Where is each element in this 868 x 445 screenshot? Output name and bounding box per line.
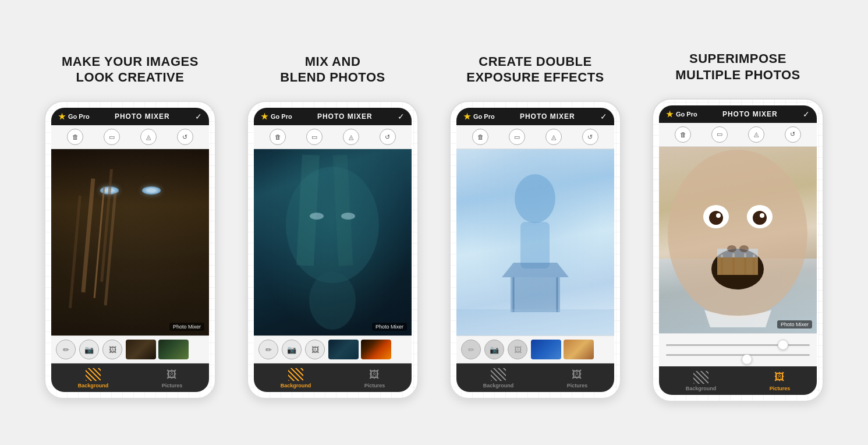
app-title-4: PHOTO MIXER	[722, 110, 778, 118]
thumb-3-2[interactable]	[564, 340, 594, 359]
slider-track-1[interactable]	[666, 344, 810, 346]
watermark-1: Photo Mixer	[169, 323, 204, 331]
rotate-btn-2[interactable]: ↺	[380, 129, 396, 145]
star-icon-1: ★	[58, 112, 66, 121]
check-icon-4[interactable]: ✓	[803, 110, 810, 119]
rotate-btn-4[interactable]: ↺	[785, 126, 801, 143]
flip-btn-4[interactable]: ▭	[711, 126, 728, 143]
svg-point-17	[753, 211, 767, 225]
nav-pictures-4[interactable]: 🖼 Pictures	[770, 371, 791, 391]
phone-frame-1: ★ Go Pro PHOTO MIXER ✓ 🗑 ▭ ◬ ↺	[44, 101, 216, 399]
delete-btn-2[interactable]: 🗑	[270, 129, 286, 145]
teal-svg	[254, 149, 412, 335]
eyedrop-btn-3[interactable]: ✏	[461, 340, 481, 359]
svg-point-27	[727, 245, 736, 252]
adjust-btn-4[interactable]: ◬	[748, 126, 764, 143]
slider-thumb-2[interactable]	[742, 354, 752, 365]
app-title-3: PHOTO MIXER	[520, 112, 575, 121]
blue-svg	[456, 149, 614, 335]
nav-pictures-1[interactable]: 🖼 Pictures	[162, 368, 183, 389]
funny-face-image	[659, 147, 817, 333]
camera-btn-1[interactable]: 📷	[79, 340, 99, 359]
adjust-btn-3[interactable]: ◬	[545, 129, 562, 145]
slider-thumb-1[interactable]	[778, 340, 788, 350]
thumb-3-1[interactable]	[531, 340, 561, 359]
phone-frame-2: ★ Go Pro PHOTO MIXER ✓ 🗑 ▭ ◬ ↺	[247, 101, 419, 399]
check-icon-1[interactable]: ✓	[195, 112, 202, 121]
check-icon-2[interactable]: ✓	[398, 112, 405, 121]
gallery-btn-3[interactable]: 🖼	[508, 340, 527, 359]
go-pro-btn-3[interactable]: ★ Go Pro	[463, 112, 495, 121]
bottom-icons-row-3: ✏ 📷 🖼	[461, 340, 610, 359]
thumb-2-2[interactable]	[361, 340, 391, 359]
main-image-2: Photo Mixer	[254, 149, 412, 335]
nav-pictures-label-4: Pictures	[770, 386, 791, 391]
adjust-btn-2[interactable]: ◬	[343, 129, 359, 145]
eyedrop-btn-2[interactable]: ✏	[258, 340, 278, 359]
thumb-2-1[interactable]	[328, 340, 359, 359]
thumb-strip-1	[126, 340, 204, 359]
app-toolbar-3: 🗑 ▭ ◬ ↺	[456, 125, 614, 149]
go-pro-label-1: Go Pro	[68, 113, 90, 120]
nav-pictures-3[interactable]: 🖼 Pictures	[567, 368, 588, 389]
background-nav-icon-4	[693, 371, 709, 384]
svg-point-18	[716, 213, 721, 218]
bottom-nav-4: Background 🖼 Pictures	[659, 366, 817, 395]
phone-section-2: MIX ANDBLEND PHOTOS ★ Go Pro PHOTO MIXER…	[237, 46, 429, 399]
main-container: MAKE YOUR IMAGESLOOK CREATIVE ★ Go Pro P…	[0, 0, 868, 445]
delete-btn-1[interactable]: 🗑	[67, 129, 83, 145]
svg-rect-7	[520, 222, 550, 269]
nav-background-label-1: Background	[78, 383, 109, 389]
phone-section-4: SUPERIMPOSEMULTIPLE PHOTOS ★ Go Pro PHOT…	[642, 44, 834, 402]
thumb-1-2[interactable]	[158, 340, 189, 359]
camera-btn-2[interactable]: 📷	[282, 340, 302, 359]
section-title-2: MIX ANDBLEND PHOTOS	[280, 46, 385, 93]
flip-btn-2[interactable]: ▭	[306, 129, 323, 145]
go-pro-btn-4[interactable]: ★ Go Pro	[666, 110, 697, 119]
go-pro-btn-2[interactable]: ★ Go Pro	[261, 112, 292, 121]
thumb-1-1[interactable]	[126, 340, 156, 359]
watermark-4: Photo Mixer	[777, 320, 812, 329]
nav-background-1[interactable]: Background	[78, 368, 109, 389]
camera-btn-3[interactable]: 📷	[484, 340, 504, 359]
nav-background-2[interactable]: Background	[281, 368, 311, 389]
pictures-nav-icon-3: 🖼	[569, 368, 585, 381]
app-header-2: ★ Go Pro PHOTO MIXER ✓	[254, 108, 412, 125]
svg-rect-26	[717, 249, 758, 257]
adjust-btn-1[interactable]: ◬	[140, 129, 157, 145]
check-icon-3[interactable]: ✓	[600, 112, 607, 121]
pictures-nav-icon-1: 🖼	[164, 368, 180, 381]
svg-point-4	[310, 213, 324, 220]
svg-point-28	[739, 245, 749, 252]
slider-track-2[interactable]	[666, 354, 810, 356]
rotate-btn-3[interactable]: ↺	[582, 129, 598, 145]
phone-frame-4: ★ Go Pro PHOTO MIXER ✓ 🗑 ▭ ◬ ↺	[652, 98, 824, 402]
teal-face-image	[254, 149, 412, 335]
nav-background-3[interactable]: Background	[483, 368, 514, 389]
rotate-btn-1[interactable]: ↺	[177, 129, 193, 145]
go-pro-btn-1[interactable]: ★ Go Pro	[58, 112, 90, 121]
delete-btn-4[interactable]: 🗑	[675, 126, 691, 143]
gallery-btn-1[interactable]: 🖼	[102, 340, 122, 359]
background-nav-icon-1	[85, 368, 101, 381]
nav-pictures-2[interactable]: 🖼 Pictures	[364, 368, 385, 389]
hatch-icon-2	[288, 368, 303, 381]
bottom-icons-row-2: ✏ 📷 🖼	[258, 340, 407, 359]
gallery-btn-2[interactable]: 🖼	[305, 340, 325, 359]
nav-background-label-4: Background	[686, 386, 717, 391]
hatch-icon-3	[491, 368, 506, 381]
bottom-toolbar-3: ✏ 📷 🖼	[456, 335, 614, 363]
flip-btn-3[interactable]: ▭	[509, 129, 525, 145]
bottom-nav-3: Background 🖼 Pictures	[456, 363, 614, 392]
flip-btn-1[interactable]: ▭	[104, 129, 120, 145]
eyedrop-btn-1[interactable]: ✏	[56, 340, 76, 359]
nav-background-label-3: Background	[483, 383, 514, 389]
section-title-1: MAKE YOUR IMAGESLOOK CREATIVE	[62, 46, 199, 93]
nav-background-4[interactable]: Background	[686, 371, 717, 391]
delete-btn-3[interactable]: 🗑	[472, 129, 488, 145]
funny-svg	[659, 147, 817, 333]
svg-point-19	[760, 213, 764, 218]
slider-area-4	[659, 333, 817, 366]
blue-light-image	[456, 149, 614, 335]
phone-frame-3: ★ Go Pro PHOTO MIXER ✓ 🗑 ▭ ◬ ↺	[449, 101, 621, 399]
